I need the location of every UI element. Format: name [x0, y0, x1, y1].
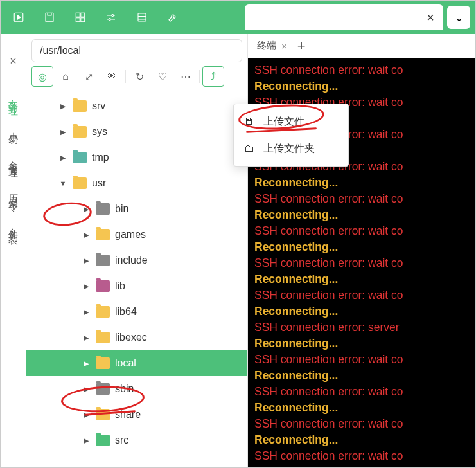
- chevron-icon: ▶: [58, 128, 67, 136]
- separator: [199, 70, 200, 83]
- folder-icon: [73, 100, 87, 112]
- heart-icon[interactable]: ♡: [152, 66, 173, 87]
- tree-node-label: bin: [115, 203, 128, 215]
- tree-node-games[interactable]: ▶games: [26, 222, 247, 248]
- chevron-icon: ▶: [58, 102, 67, 111]
- terminal-tabs: 终端 × +: [248, 34, 475, 59]
- svg-rect-1: [46, 13, 53, 22]
- popup-item-0[interactable]: 🗎上传文件: [234, 108, 348, 135]
- window-tab[interactable]: ×: [245, 4, 443, 30]
- main-area: × 文件管理小易命令管理历史命令文件列表 ◎ ⌂ ⤢ 👁 ↻ ♡ ⋯ ⤴ ▶sr…: [1, 34, 475, 467]
- folder-icon: [96, 332, 110, 343]
- folder-icon: [96, 383, 110, 395]
- folder-icon: [96, 255, 110, 266]
- sidebar-item-3[interactable]: 历史命令: [7, 186, 19, 197]
- chevron-icon: ▶: [58, 154, 67, 162]
- tree-node-label: lib64: [115, 306, 137, 318]
- folder-icon: [96, 435, 110, 446]
- wrench-icon[interactable]: [160, 6, 186, 29]
- tree-node-include[interactable]: ▶include: [26, 248, 247, 273]
- tree-node-libexec[interactable]: ▶libexec: [26, 325, 247, 350]
- tree-node-lib[interactable]: ▶lib: [26, 273, 247, 299]
- close-icon[interactable]: ×: [427, 10, 434, 25]
- chevron-icon: ▶: [82, 308, 91, 316]
- folder-icon: [73, 177, 87, 189]
- tree-node-sys[interactable]: ▶sys: [26, 119, 247, 145]
- svg-rect-5: [81, 18, 85, 22]
- tree-node-label: lib: [115, 280, 125, 292]
- folder-icon: [73, 126, 87, 138]
- sidebar-item-0[interactable]: 文件管理: [7, 91, 19, 102]
- path-row: [26, 34, 247, 66]
- chevron-icon: ▶: [82, 334, 91, 342]
- chevron-icon: ▼: [58, 179, 67, 187]
- save-icon[interactable]: [37, 6, 62, 29]
- tree-node-srv[interactable]: ▶srv: [26, 93, 247, 119]
- tree-node-share[interactable]: ▶share: [26, 402, 247, 428]
- eye-icon[interactable]: 👁: [101, 66, 123, 87]
- file-panel: ◎ ⌂ ⤢ 👁 ↻ ♡ ⋯ ⤴ ▶srv▶sys▶tmp▼usr▶bin▶gam…: [26, 34, 248, 467]
- svg-point-6: [112, 15, 114, 17]
- file-icon: 🗎: [244, 116, 254, 127]
- home-icon[interactable]: ⌂: [55, 66, 76, 87]
- terminal-panel: 终端 × + SSH connection error: wait co Rec…: [248, 34, 475, 467]
- chevron-icon: ▶: [82, 437, 91, 445]
- popup-item-1[interactable]: 🗀上传文件夹: [234, 135, 348, 162]
- chevron-icon: ▶: [82, 359, 91, 368]
- tree-node-label: tmp: [92, 152, 109, 163]
- tree-node-label: srv: [92, 100, 105, 112]
- tree-node-label: local: [115, 357, 136, 369]
- close-icon[interactable]: ×: [281, 40, 287, 51]
- add-terminal-icon[interactable]: +: [297, 38, 306, 55]
- play-icon[interactable]: [6, 6, 31, 29]
- tree-node-tmp[interactable]: ▶tmp: [26, 145, 247, 170]
- tree-node-bin[interactable]: ▶bin: [26, 196, 247, 222]
- folder-icon: [96, 280, 110, 292]
- chevron-icon: ▶: [82, 205, 91, 213]
- tree-node-src[interactable]: ▶src: [26, 428, 247, 453]
- chevron-icon: ▶: [82, 282, 91, 291]
- folder-icon: [96, 306, 110, 318]
- tree-node-usr[interactable]: ▼usr: [26, 170, 247, 196]
- svg-point-7: [109, 19, 110, 21]
- folder-icon: [96, 229, 110, 240]
- svg-rect-8: [138, 14, 146, 21]
- popup-item-label: 上传文件夹: [263, 142, 315, 156]
- chevron-icon: ▶: [82, 411, 91, 419]
- folder-icon: [96, 357, 110, 369]
- terminal-tab[interactable]: 终端 ×: [257, 40, 287, 52]
- sliders-icon[interactable]: [98, 6, 124, 29]
- sidebar-item-4[interactable]: 文件列表: [7, 220, 19, 230]
- sidebar-item-2[interactable]: 命令管理: [7, 153, 19, 163]
- chevron-icon: ▶: [82, 385, 91, 393]
- folder-icon: 🗀: [244, 143, 254, 154]
- file-tree: ▶srv▶sys▶tmp▼usr▶bin▶games▶include▶lib▶l…: [26, 91, 247, 467]
- chevron-down-icon: ⌄: [455, 12, 463, 24]
- vertical-sidebar: × 文件管理小易命令管理历史命令文件列表: [1, 34, 26, 467]
- popup-item-label: 上传文件: [263, 115, 304, 129]
- refresh-icon[interactable]: ↻: [128, 66, 150, 87]
- tree-node-label: libexec: [115, 332, 147, 343]
- tree-node-label: sbin: [115, 383, 134, 395]
- tree-node-sbin[interactable]: ▶sbin: [26, 376, 247, 402]
- upload-icon[interactable]: ⤴: [202, 66, 224, 87]
- svg-rect-4: [76, 18, 80, 22]
- sidebar-item-1[interactable]: 小易: [7, 125, 19, 130]
- terminal-tab-label: 终端: [257, 40, 276, 52]
- tree-node-label: sys: [92, 126, 107, 138]
- window-tab-bar: × ⌄: [245, 3, 470, 32]
- target-icon[interactable]: ◎: [31, 66, 53, 87]
- list-icon[interactable]: [129, 6, 155, 29]
- tab-dropdown[interactable]: ⌄: [447, 6, 470, 29]
- tree-node-label: src: [115, 435, 128, 446]
- path-input[interactable]: [31, 39, 242, 62]
- upload-popup: 🗎上传文件🗀上传文件夹: [233, 104, 349, 166]
- tree-node-local[interactable]: ▶local: [26, 350, 247, 376]
- tree-node-lib64[interactable]: ▶lib64: [26, 299, 247, 325]
- sidebar-close[interactable]: ×: [10, 55, 17, 68]
- svg-rect-2: [76, 13, 80, 17]
- expand-icon[interactable]: ⤢: [78, 66, 100, 87]
- folder-icon: [73, 152, 87, 163]
- more-icon[interactable]: ⋯: [175, 66, 197, 87]
- grid-icon[interactable]: [67, 6, 93, 29]
